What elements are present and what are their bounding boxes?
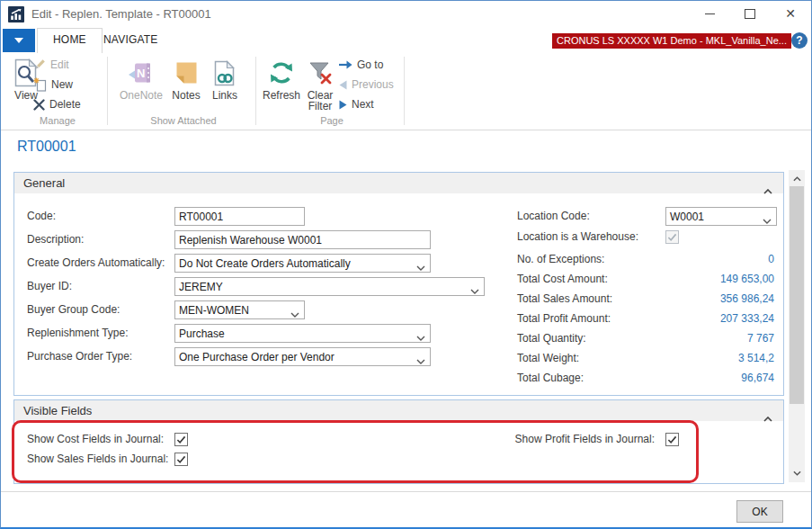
description-label: Description: <box>27 230 84 249</box>
visible-fields-section-header[interactable]: Visible Fields <box>14 400 783 421</box>
links-label: Links <box>212 90 237 101</box>
help-button[interactable]: ? <box>791 32 808 49</box>
show-profit-fields-checkbox[interactable] <box>665 433 679 446</box>
new-label: New <box>51 78 73 91</box>
vertical-scrollbar[interactable] <box>789 170 805 482</box>
ribbon: View Edit New <box>1 53 811 130</box>
checkmark-icon <box>667 435 677 444</box>
ribbon-tab-row: HOME NAVIGATE CRONUS LS XXXXX W1 Demo - … <box>1 28 811 53</box>
general-section-header[interactable]: General <box>14 173 783 193</box>
total-quantity-label: Total Quantity: <box>517 329 586 348</box>
new-page-icon <box>33 77 47 92</box>
links-button[interactable]: Links <box>208 56 242 101</box>
checkmark-icon <box>176 435 186 444</box>
description-input[interactable] <box>174 230 431 249</box>
location-code-select[interactable]: W0001 <box>665 207 777 226</box>
checkmark-icon <box>176 455 186 464</box>
total-quantity-value[interactable]: 7 767 <box>635 329 774 347</box>
ok-button[interactable]: OK <box>736 500 783 523</box>
links-icon <box>214 56 236 90</box>
location-warehouse-label: Location is a Warehouse: <box>517 228 638 247</box>
close-button[interactable]: ✕ <box>775 1 806 26</box>
previous-label: Previous <box>352 78 394 91</box>
scrollbar-thumb[interactable] <box>790 186 804 404</box>
notes-button[interactable]: Notes <box>168 56 204 101</box>
buyer-group-value: MEN-WOMEN <box>179 304 249 317</box>
collapse-chevron-icon[interactable] <box>763 180 772 201</box>
purchase-order-type-select[interactable]: One Purchase Order per Vendor <box>174 347 431 366</box>
maximize-button[interactable] <box>735 1 765 26</box>
delete-label: Delete <box>49 98 81 111</box>
replenishment-type-select[interactable]: Purchase <box>174 324 431 343</box>
buyer-id-value: JEREMY <box>179 281 223 293</box>
new-button[interactable]: New <box>31 76 75 94</box>
company-badge: CRONUS LS XXXXX W1 Demo - MKL_Vanilla_Ne… <box>552 33 791 49</box>
refresh-label: Refresh <box>263 90 300 101</box>
goto-button[interactable]: Go to <box>337 56 385 74</box>
total-sales-value[interactable]: 356 986,24 <box>635 290 774 308</box>
ribbon-separator <box>404 57 405 125</box>
previous-button[interactable]: Previous <box>337 76 396 94</box>
chevron-down-icon <box>416 331 425 344</box>
chevron-down-icon <box>416 354 425 367</box>
clear-filter-button[interactable]: Clear Filter <box>304 56 336 112</box>
next-button[interactable]: Next <box>337 95 376 113</box>
pencil-icon <box>33 58 46 71</box>
clear-filter-label: Clear Filter <box>305 90 335 112</box>
chevron-down-icon <box>14 38 23 43</box>
app-logo-icon <box>8 6 24 22</box>
show-cost-fields-checkbox[interactable] <box>174 433 188 446</box>
buyer-id-select[interactable]: JEREMY <box>174 277 485 296</box>
edit-label: Edit <box>50 58 69 71</box>
titlebar: Edit - Replen. Template - RT00001 ✕ <box>1 1 811 28</box>
show-sales-fields-checkbox[interactable] <box>174 453 188 466</box>
tab-navigate[interactable]: NAVIGATE <box>88 28 174 52</box>
application-menu-button[interactable] <box>3 29 35 52</box>
total-weight-value[interactable]: 3 514,2 <box>635 349 774 367</box>
chevron-down-icon <box>763 214 772 227</box>
exceptions-value[interactable]: 0 <box>635 250 774 268</box>
general-section: General Code: Description: Create Orders… <box>13 172 784 396</box>
chevron-down-icon <box>793 471 801 476</box>
total-profit-value[interactable]: 207 333,24 <box>635 309 774 327</box>
refresh-button[interactable]: Refresh <box>261 56 302 101</box>
total-cost-label: Total Cost Amount: <box>517 270 608 289</box>
total-cubage-value[interactable]: 96,674 <box>635 369 774 387</box>
edit-button[interactable]: Edit <box>31 56 71 74</box>
show-sales-fields-label: Show Sales Fields in Journal: <box>27 450 168 469</box>
onenote-icon: N <box>129 56 154 90</box>
previous-arrow-icon <box>339 80 347 90</box>
total-cost-value[interactable]: 149 653,00 <box>635 270 774 288</box>
minimize-button[interactable] <box>694 1 725 26</box>
show-cost-fields-label: Show Cost Fields in Journal: <box>27 430 164 449</box>
total-sales-label: Total Sales Amount: <box>517 290 612 309</box>
goto-arrow-icon <box>339 60 352 69</box>
chevron-down-icon <box>470 284 479 297</box>
onenote-button[interactable]: N OneNote <box>116 56 166 101</box>
goto-label: Go to <box>357 58 383 71</box>
total-cubage-label: Total Cubage: <box>517 369 584 388</box>
scroll-down-button[interactable] <box>789 466 805 480</box>
scroll-up-button[interactable] <box>789 172 805 186</box>
general-section-title: General <box>23 176 65 190</box>
purchase-order-type-value: One Purchase Order per Vendor <box>179 351 335 363</box>
location-code-label: Location Code: <box>517 207 590 226</box>
replenishment-type-value: Purchase <box>179 327 225 340</box>
buyer-group-select[interactable]: MEN-WOMEN <box>174 300 305 319</box>
next-arrow-icon <box>339 100 347 110</box>
group-label-show-attached: Show Attached <box>112 114 254 127</box>
chevron-down-icon <box>416 261 425 273</box>
create-orders-select[interactable]: Do Not Create Orders Automatically <box>174 254 431 273</box>
notes-label: Notes <box>172 90 200 101</box>
group-label-manage: Manage <box>8 114 107 127</box>
ribbon-separator <box>255 57 256 125</box>
svg-text:N: N <box>137 67 145 80</box>
code-input[interactable] <box>174 207 305 226</box>
exceptions-label: No. of Exceptions: <box>517 250 604 269</box>
window-title: Edit - Replen. Template - RT00001 <box>31 1 211 28</box>
delete-button[interactable]: Delete <box>31 95 83 113</box>
collapse-chevron-icon[interactable] <box>763 408 772 428</box>
ribbon-separator <box>107 57 108 125</box>
close-icon: ✕ <box>785 7 796 20</box>
replenishment-type-label: Replenishment Type: <box>27 324 129 343</box>
